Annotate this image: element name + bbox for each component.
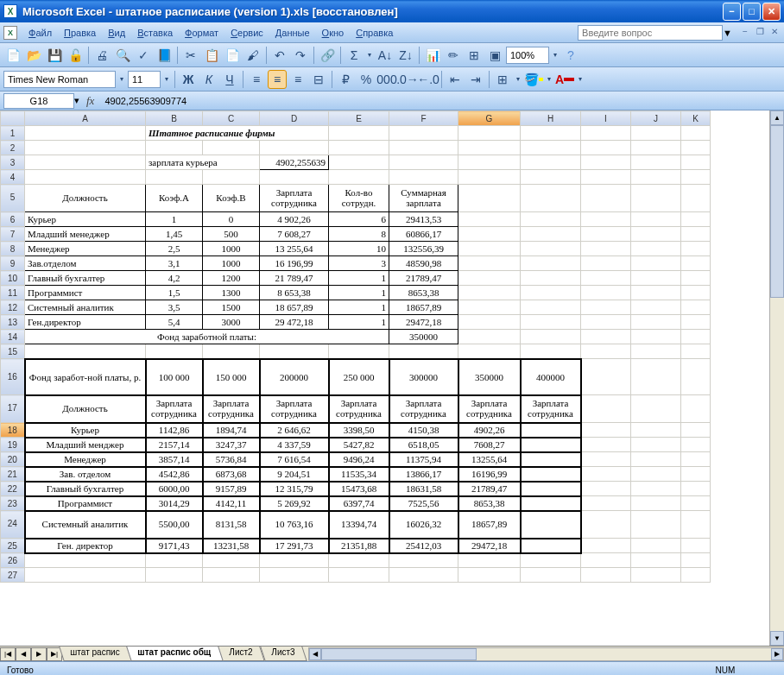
cell[interactable]: Курьер [25, 423, 146, 438]
sheet-tab[interactable]: штат распис общ [127, 647, 224, 661]
cell[interactable] [581, 271, 631, 286]
cell[interactable]: 4542,86 [146, 467, 203, 482]
cell[interactable] [681, 395, 711, 423]
row-header[interactable]: 8 [1, 242, 25, 256]
cell[interactable]: Главный бухгалтер [25, 482, 146, 496]
vscroll-thumb[interactable] [770, 125, 784, 298]
cell[interactable] [146, 568, 203, 583]
cell[interactable] [631, 256, 681, 271]
sheet-tab[interactable]: Лист3 [260, 647, 307, 661]
cell[interactable]: 11375,94 [389, 452, 458, 467]
cell[interactable] [681, 300, 711, 315]
cell[interactable] [458, 568, 521, 583]
cell[interactable] [458, 300, 521, 315]
cell[interactable] [681, 482, 711, 496]
cell[interactable]: 1300 [203, 286, 260, 300]
cell[interactable] [631, 227, 681, 242]
cell[interactable]: 2157,14 [146, 438, 203, 452]
cell[interactable] [458, 155, 521, 170]
cell[interactable]: Главный бухгалтер [25, 271, 146, 286]
cell[interactable]: 1142,86 [146, 423, 203, 438]
cell[interactable]: 3000 [203, 315, 260, 330]
menu-вставка[interactable]: Вставка [131, 25, 179, 41]
cell[interactable] [631, 315, 681, 330]
cell[interactable] [389, 126, 458, 141]
cell[interactable]: Суммарная зарплата [389, 185, 458, 212]
cell[interactable]: 9171,43 [146, 539, 203, 553]
cell[interactable]: Менеджер [25, 452, 146, 467]
cell[interactable] [458, 141, 521, 155]
cell[interactable] [681, 553, 711, 568]
cell[interactable]: Фонд заработной платы: [25, 330, 389, 344]
cell[interactable] [458, 315, 521, 330]
cell[interactable] [631, 539, 681, 553]
cell[interactable]: 13231,58 [203, 539, 260, 553]
cell[interactable] [521, 511, 581, 539]
column-header[interactable]: A [25, 111, 146, 126]
cell[interactable] [631, 568, 681, 583]
cell[interactable]: зарплата курьера [146, 155, 260, 170]
column-header[interactable]: J [631, 111, 681, 126]
row-header[interactable]: 25 [1, 539, 25, 553]
cell[interactable] [329, 568, 389, 583]
menu-окно[interactable]: Окно [316, 25, 351, 41]
row-header[interactable]: 13 [1, 315, 25, 330]
font-color-dropdown-icon[interactable]: ▾ [576, 75, 585, 83]
sort-asc-icon[interactable]: A↓ [376, 46, 395, 65]
cell[interactable] [521, 126, 581, 141]
cell[interactable] [581, 212, 631, 227]
cell[interactable]: 400000 [521, 359, 581, 395]
cell[interactable]: 350000 [389, 330, 458, 344]
cell[interactable] [581, 141, 631, 155]
cell[interactable]: 5,4 [146, 315, 203, 330]
chart-icon[interactable]: 📊 [423, 46, 442, 65]
cell[interactable] [521, 467, 581, 482]
formula-input[interactable] [101, 93, 781, 109]
cell[interactable]: 13 255,64 [260, 242, 329, 256]
cell[interactable]: 4150,38 [389, 423, 458, 438]
cell[interactable] [389, 141, 458, 155]
cell[interactable]: 6397,74 [329, 496, 389, 511]
cell[interactable] [260, 553, 329, 568]
cell[interactable] [631, 423, 681, 438]
doc-close-button[interactable]: ✕ [768, 27, 781, 39]
cell[interactable]: 7608,27 [458, 438, 521, 452]
cell[interactable]: Зарплата сотрудника [329, 395, 389, 423]
cell[interactable] [631, 155, 681, 170]
cell[interactable] [329, 155, 389, 170]
cell[interactable]: Младший менджер [25, 438, 146, 452]
cell[interactable] [581, 568, 631, 583]
cell[interactable]: 18631,58 [389, 482, 458, 496]
close-button[interactable]: ✕ [762, 3, 781, 21]
cell[interactable] [681, 170, 711, 185]
cell[interactable] [146, 170, 203, 185]
row-header[interactable]: 6 [1, 212, 25, 227]
doc-icon[interactable]: X [3, 26, 17, 40]
cell[interactable]: 15473,68 [329, 482, 389, 496]
underline-button[interactable]: Ч [220, 70, 239, 89]
cell[interactable] [681, 344, 711, 359]
cell[interactable] [203, 344, 260, 359]
cell[interactable] [329, 126, 389, 141]
row-header[interactable]: 24 [1, 511, 25, 539]
cell[interactable]: 1 [329, 300, 389, 315]
cell[interactable]: Коэф.B [203, 185, 260, 212]
cell[interactable] [631, 467, 681, 482]
row-header[interactable]: 26 [1, 553, 25, 568]
bold-button[interactable]: Ж [179, 70, 198, 89]
drawing-icon[interactable]: ✏ [444, 46, 463, 65]
cell[interactable] [681, 539, 711, 553]
cell[interactable]: Зарплата сотрудника [521, 395, 581, 423]
cell[interactable]: 16026,32 [389, 511, 458, 539]
cell[interactable] [681, 155, 711, 170]
cell[interactable] [203, 568, 260, 583]
cell[interactable] [521, 212, 581, 227]
column-header[interactable]: I [581, 111, 631, 126]
cell[interactable] [521, 155, 581, 170]
cell[interactable] [581, 286, 631, 300]
cell[interactable]: 48590,98 [389, 256, 458, 271]
comma-button[interactable]: 000 [377, 70, 396, 89]
cell[interactable] [631, 286, 681, 300]
cell[interactable] [631, 553, 681, 568]
cell[interactable]: 7 616,54 [260, 452, 329, 467]
